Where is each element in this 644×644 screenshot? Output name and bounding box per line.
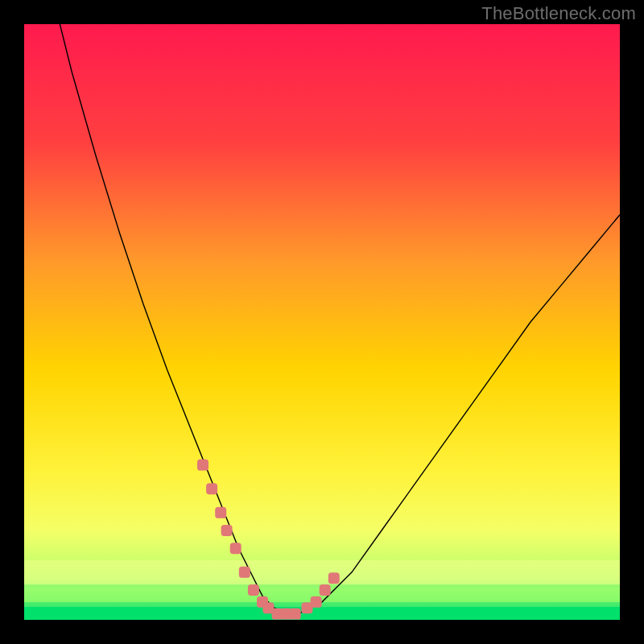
highlight-marker [248,584,259,596]
highlight-marker [206,483,217,494]
yellow-band [24,560,620,584]
plot-svg [24,24,620,620]
highlight-marker [197,460,208,471]
plot-area [24,24,620,620]
watermark-text: TheBottleneck.com [481,3,636,24]
green-band-bottom [24,607,620,620]
highlight-marker [320,584,331,596]
highlight-marker [221,525,233,536]
highlight-marker [215,507,226,518]
highlight-marker [230,543,242,554]
chart-frame: TheBottleneck.com [0,0,644,644]
highlight-marker [239,567,250,578]
highlight-marker [290,609,301,620]
highlight-marker [328,572,340,584]
highlight-marker [311,597,322,608]
